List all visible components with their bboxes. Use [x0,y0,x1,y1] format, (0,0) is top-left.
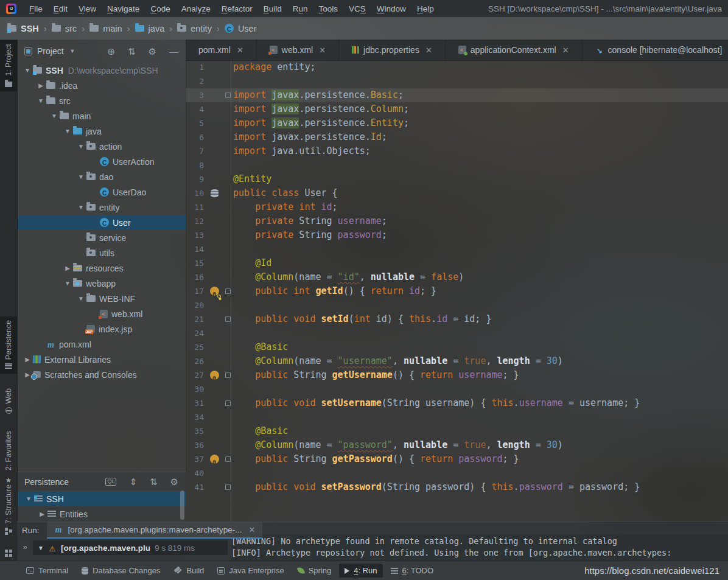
expanded-arrow-icon[interactable]: ▼ [75,173,86,180]
breadcrumb-item-user[interactable]: User [225,24,257,33]
tree-row-ssh[interactable]: ▼SSH [17,491,186,506]
bean-property-icon[interactable] [210,371,219,380]
ql-icon[interactable]: QL [105,478,116,486]
tree-row-external-libraries[interactable]: ▶External Libraries [17,352,186,367]
fold-marker[interactable] [222,93,233,98]
menu-window[interactable]: Window [371,4,411,13]
collapsed-arrow-icon[interactable]: ▶ [22,356,33,363]
breadcrumb-item-src[interactable]: src [52,24,77,33]
run-configuration-tab[interactable]: [org.apache.maven.plugins:maven-archetyp… [47,522,263,539]
strip-item-2-favorites[interactable]: 2: Favorites [0,427,17,489]
expanded-arrow-icon[interactable]: ▼ [35,97,46,104]
collapse-all-icon[interactable]: ⇅ [128,47,136,56]
close-icon[interactable]: ✕ [319,46,326,55]
bean-property-key-icon[interactable] [210,287,219,296]
fold-square-icon[interactable] [225,93,231,98]
close-icon[interactable]: ✕ [248,525,255,534]
fold-square-icon[interactable] [225,288,231,294]
close-icon[interactable]: ✕ [562,46,569,55]
menu-file[interactable]: File [24,4,48,13]
tree-row-user[interactable]: User [17,215,186,230]
editor-tab-web-xml[interactable]: web.xml✕ [257,40,339,60]
persistence-scrollbar[interactable] [180,491,184,520]
menu-build[interactable]: Build [258,4,287,13]
breadcrumb-item-main[interactable]: main [89,24,122,33]
fold-marker[interactable] [222,372,233,378]
menu-vcs[interactable]: VCS [343,4,371,13]
menu-code[interactable]: Code [145,4,175,13]
tool-windows-grid-icon[interactable] [5,550,8,553]
menu-view[interactable]: View [73,4,102,13]
strip-item-1-project[interactable]: 1: Project [0,40,17,91]
fold-marker[interactable] [222,288,233,294]
fold-marker[interactable] [222,456,233,462]
status-6-todo[interactable]: 6: TODO [385,564,439,578]
menu-help[interactable]: Help [411,4,439,13]
collapsed-arrow-icon[interactable]: ▶ [62,265,73,271]
tree-row-web-xml[interactable]: web.xml [17,306,186,321]
status-spring[interactable]: Spring [292,564,337,578]
fold-marker[interactable] [222,484,233,490]
tree-row-utils[interactable]: utils [17,245,186,260]
tree-row-entity[interactable]: ▼entity [17,200,186,215]
tree-row-src[interactable]: ▼src [17,93,186,108]
project-view-selector[interactable]: Project ▼ [24,46,75,56]
fold-square-icon[interactable] [225,316,231,322]
status-java-enterprise[interactable]: Java Enterprise [212,564,289,578]
tree-row-resources[interactable]: ▶resources [17,260,186,276]
expanded-arrow-icon[interactable]: ▼ [75,204,86,211]
tree-row-entities[interactable]: ▶Entities [17,506,186,522]
status-database-changes[interactable]: Database Changes [76,564,166,578]
fold-marker[interactable] [222,316,233,322]
strip-item-7-structure[interactable]: 7: Structure [0,481,17,535]
menu-run[interactable]: Run [287,4,313,13]
fold-square-icon[interactable] [225,484,231,490]
tree-row-idea[interactable]: ▶.idea [17,78,186,93]
menu-tools[interactable]: Tools [313,4,344,13]
editor-tab-jdbc-properties[interactable]: jdbc.properties✕ [339,40,446,60]
expanded-arrow-icon[interactable]: ▼ [23,495,34,502]
fold-marker[interactable] [222,400,233,406]
settings-icon[interactable]: ⚙ [149,47,156,56]
tree-row-userdao[interactable]: UserDao [17,184,186,200]
editor-tab-pom-xml[interactable]: pom.xml✕ [186,40,257,60]
status-4-run[interactable]: 4: Run [339,564,382,578]
tree-row-web-inf[interactable]: ▼WEB-INF [17,291,186,306]
strip-item-persistence[interactable]: Persistence [0,316,17,374]
close-icon[interactable]: ✕ [425,46,432,55]
hide-icon[interactable]: — [169,47,178,56]
editor-tab-console-hibernate-localhost[interactable]: console [hibernate@localhost]✕ [583,40,728,60]
collapsed-arrow-icon[interactable]: ▶ [35,82,46,89]
expanded-arrow-icon[interactable]: ▼ [22,67,33,74]
tree-row-ssh[interactable]: ▼SSHD:\workspace\cmp\SSH [17,63,186,78]
tree-row-index-jsp[interactable]: index.jsp [17,321,186,337]
menu-analyze[interactable]: Analyze [176,4,216,13]
status-build[interactable]: Build [168,564,209,578]
collapsed-arrow-icon[interactable]: ▶ [37,511,47,517]
tree-row-java[interactable]: ▼java [17,124,186,139]
menu-edit[interactable]: Edit [48,4,73,13]
tree-row-action[interactable]: ▼action [17,139,186,154]
run-tree-node[interactable]: ▼ [org.apache.maven.plu 9 s 819 ms [33,540,228,555]
close-icon[interactable]: ✕ [237,46,243,55]
tree-row-webapp[interactable]: ▼webapp [17,276,186,291]
expanded-arrow-icon[interactable]: ▼ [62,128,73,135]
collapse-all-icon[interactable]: ⇅ [150,477,158,486]
tree-row-useraction[interactable]: UserAction [17,154,186,169]
expand-icon[interactable]: » [17,539,33,551]
fold-square-icon[interactable] [225,456,231,462]
expanded-arrow-icon[interactable]: ▼ [49,113,60,119]
tree-row-dao[interactable]: ▼dao [17,169,186,184]
fold-square-icon[interactable] [225,400,231,406]
entity-database-icon[interactable] [211,189,219,197]
fold-square-icon[interactable] [225,372,231,378]
tree-row-main[interactable]: ▼main [17,108,186,124]
breadcrumb-item-java[interactable]: java [135,24,165,33]
settings-icon[interactable]: ⚙ [170,477,178,486]
expanded-arrow-icon[interactable]: ▼ [75,295,86,302]
tree-row-pom-xml[interactable]: pom.xml [17,337,186,352]
expand-all-icon[interactable]: ⇕ [129,477,137,486]
editor-tab-applicationcontext-xml[interactable]: applicationContext.xml✕ [446,40,583,60]
menu-refactor[interactable]: Refactor [216,4,258,13]
code-editor[interactable]: 1package entity;23import javax.persisten… [186,60,728,522]
